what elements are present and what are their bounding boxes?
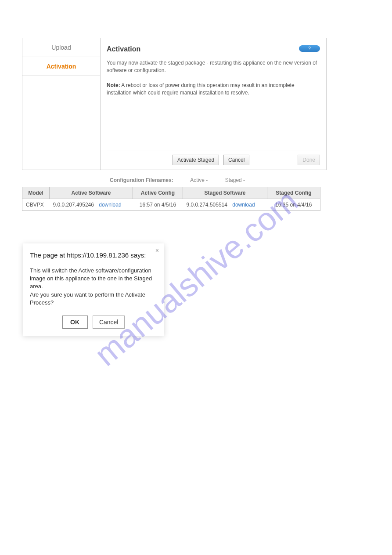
sidebar-empty xyxy=(22,76,100,170)
intro-text: You may now activate the staged package … xyxy=(107,59,320,75)
table-header-row: Model Active Software Active Config Stag… xyxy=(22,187,320,199)
dialog-ok-button[interactable]: OK xyxy=(62,316,88,329)
tab-activation[interactable]: Activation xyxy=(22,57,100,76)
confirm-dialog: × The page at https://10.199.81.236 says… xyxy=(23,243,164,336)
cancel-button[interactable]: Cancel xyxy=(223,155,249,165)
close-icon[interactable]: × xyxy=(155,247,159,254)
dialog-buttons: OK Cancel xyxy=(30,316,157,329)
dialog-line1: This will switch the Active software/con… xyxy=(30,267,152,290)
config-label: Configuration Filenames: xyxy=(110,177,173,183)
sidebar: Upload Activation xyxy=(22,38,101,170)
note-body: A reboot or loss of power during this op… xyxy=(107,82,295,96)
dialog-body: This will switch the Active software/con… xyxy=(30,267,157,307)
cell-active-sw: 9.0.0.207.495246 download xyxy=(50,199,133,210)
cell-active-cfg: 16:57 on 4/5/16 xyxy=(133,199,183,210)
note-text: Note: A reboot or loss of power during t… xyxy=(107,82,320,97)
button-row: Activate Staged Cancel Done xyxy=(107,150,320,165)
page-title: Activation xyxy=(107,45,140,53)
main-header: Activation ? xyxy=(107,45,320,53)
dialog-line2: Are you sure you want to perform the Act… xyxy=(30,291,145,306)
config-filenames-row: Configuration Filenames: Active - Staged… xyxy=(22,174,327,187)
main-content: Activation ? You may now activate the st… xyxy=(101,38,326,170)
cell-staged-cfg: 16:35 on 4/4/16 xyxy=(267,199,320,210)
tab-upload[interactable]: Upload xyxy=(22,38,100,57)
config-active: Active - xyxy=(190,177,208,183)
th-active-cfg: Active Config xyxy=(133,187,183,199)
help-button[interactable]: ? xyxy=(299,45,320,52)
done-button: Done xyxy=(298,155,320,165)
note-label: Note: xyxy=(107,82,120,88)
th-model: Model xyxy=(22,187,50,199)
active-sw-download-link[interactable]: download xyxy=(99,202,121,208)
staged-sw-version: 9.0.0.274.505514 xyxy=(187,202,227,208)
th-staged-sw: Staged Software xyxy=(183,187,267,199)
main-panel: Upload Activation Activation ? You may n… xyxy=(22,38,327,170)
active-sw-version: 9.0.0.207.495246 xyxy=(53,202,94,208)
th-active-sw: Active Software xyxy=(50,187,133,199)
staged-sw-download-link[interactable]: download xyxy=(232,202,255,208)
th-staged-cfg: Staged Config xyxy=(267,187,320,199)
cell-staged-sw: 9.0.0.274.505514 download xyxy=(183,199,267,210)
config-staged: Staged - xyxy=(225,177,245,183)
cell-model: CBVPX xyxy=(22,199,50,210)
software-table: Model Active Software Active Config Stag… xyxy=(22,187,320,211)
dialog-cancel-button[interactable]: Cancel xyxy=(93,316,125,329)
dialog-title: The page at https://10.199.81.236 says: xyxy=(30,251,157,259)
activate-staged-button[interactable]: Activate Staged xyxy=(173,155,219,165)
table-row: CBVPX 9.0.0.207.495246 download 16:57 on… xyxy=(22,199,320,210)
